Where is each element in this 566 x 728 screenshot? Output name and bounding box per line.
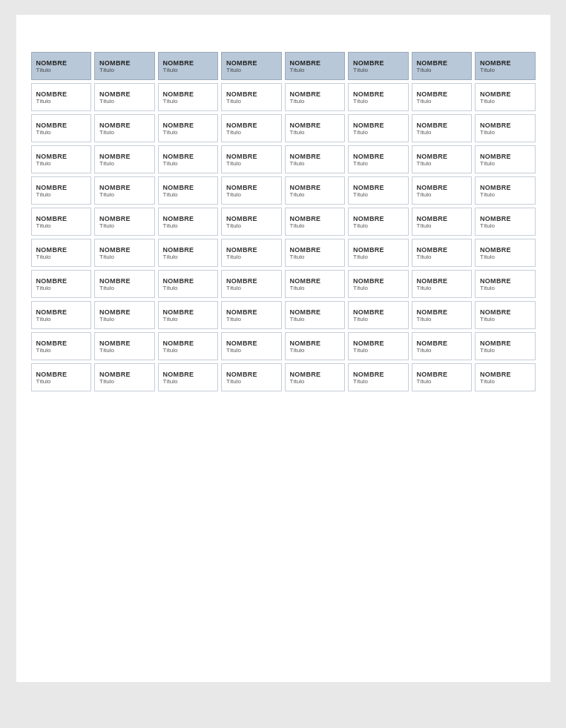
nombre-row8-col1: NOMBRE (99, 308, 131, 316)
nombre-row2-col4: NOMBRE (290, 122, 321, 129)
titulo-row9-col2: Título (163, 347, 178, 354)
nombre-row0-col7: NOMBRE (480, 59, 511, 67)
titulo-row0-col3: Título (226, 67, 241, 73)
nombre-row10-col4: NOMBRE (290, 371, 321, 378)
nombre-row2-col7: NOMBRE (480, 122, 511, 129)
titulo-row10-col1: Título (99, 378, 114, 385)
titulo-row7-col6: Título (417, 285, 432, 291)
nombre-row8-col6: NOMBRE (417, 308, 448, 316)
card-row9-col2: NOMBRETítulo (158, 332, 219, 360)
titulo-row9-col0: Título (36, 347, 51, 354)
nombre-row5-col6: NOMBRE (417, 215, 448, 222)
card-row8-col1: NOMBRETítulo (94, 301, 155, 329)
nombre-row8-col3: NOMBRE (226, 308, 257, 316)
card-row5-col4: NOMBRETítulo (285, 208, 346, 236)
nombre-row4-col3: NOMBRE (226, 184, 257, 191)
titulo-row2-col6: Título (417, 129, 432, 136)
card-row8-col5: NOMBRETítulo (348, 301, 409, 329)
titulo-row5-col5: Título (353, 222, 368, 229)
card-row10-col5: NOMBRETítulo (348, 363, 409, 391)
nombre-row6-col5: NOMBRE (353, 246, 384, 254)
nombre-row1-col5: NOMBRE (353, 90, 384, 98)
nombre-row8-col4: NOMBRE (290, 308, 321, 316)
nombre-row7-col7: NOMBRE (480, 277, 511, 285)
card-row8-col0: NOMBRETítulo (31, 301, 92, 329)
nombre-row6-col1: NOMBRE (99, 246, 131, 254)
card-row9-col3: NOMBRETítulo (221, 332, 282, 360)
nombre-row5-col3: NOMBRE (226, 215, 257, 222)
card-row3-col6: NOMBRETítulo (412, 145, 473, 173)
titulo-row10-col5: Título (353, 378, 368, 385)
card-row9-col6: NOMBRETítulo (412, 332, 473, 360)
titulo-row4-col1: Título (99, 191, 114, 198)
nombre-row0-col2: NOMBRE (163, 59, 194, 67)
card-row5-col3: NOMBRETítulo (221, 208, 282, 236)
nombre-row1-col2: NOMBRE (163, 90, 194, 98)
nombre-row0-col6: NOMBRE (417, 59, 448, 67)
card-row6-col7: NOMBRETítulo (475, 239, 536, 267)
card-row4-col0: NOMBRETítulo (31, 176, 92, 205)
titulo-row10-col3: Título (226, 378, 241, 385)
titulo-row7-col4: Título (290, 285, 305, 291)
nombre-row0-col5: NOMBRE (353, 59, 384, 67)
nombre-row7-col3: NOMBRE (226, 277, 257, 285)
nombre-row10-col6: NOMBRE (417, 371, 448, 378)
titulo-row3-col2: Título (163, 160, 178, 167)
card-row8-col2: NOMBRETítulo (158, 301, 219, 329)
card-row5-col1: NOMBRETítulo (94, 208, 155, 236)
nombre-row10-col0: NOMBRE (36, 371, 68, 378)
titulo-row6-col2: Título (163, 254, 178, 260)
nombre-row7-col5: NOMBRE (353, 277, 384, 285)
titulo-row5-col1: Título (99, 222, 114, 229)
nombre-row3-col5: NOMBRE (353, 153, 384, 160)
card-row4-col1: NOMBRETítulo (94, 176, 155, 205)
nombre-row1-col7: NOMBRE (480, 90, 511, 98)
nombre-row2-col1: NOMBRE (99, 122, 131, 129)
nombre-row3-col0: NOMBRE (36, 153, 68, 160)
nombre-row5-col7: NOMBRE (480, 215, 511, 222)
titulo-row7-col5: Título (353, 285, 368, 291)
nombre-row3-col4: NOMBRE (290, 153, 321, 160)
nombre-row7-col0: NOMBRE (36, 277, 68, 285)
card-row3-col0: NOMBRETítulo (31, 145, 92, 173)
titulo-row3-col7: Título (480, 160, 495, 167)
titulo-row1-col2: Título (163, 98, 178, 105)
card-row6-col3: NOMBRETítulo (221, 239, 282, 267)
titulo-row3-col6: Título (417, 160, 432, 167)
titulo-row5-col7: Título (480, 222, 495, 229)
nombre-row6-col4: NOMBRE (290, 246, 321, 254)
titulo-row3-col0: Título (36, 160, 51, 167)
titulo-row6-col6: Título (417, 254, 432, 260)
titulo-row5-col4: Título (290, 222, 305, 229)
titulo-row3-col4: Título (290, 160, 305, 167)
card-row7-col7: NOMBRETítulo (475, 270, 536, 298)
titulo-row2-col5: Título (353, 129, 368, 136)
titulo-row1-col5: Título (353, 98, 368, 105)
nombre-row3-col6: NOMBRE (417, 153, 448, 160)
titulo-row2-col1: Título (99, 129, 114, 136)
titulo-row9-col4: Título (290, 347, 305, 354)
card-row3-col2: NOMBRETítulo (158, 145, 219, 173)
titulo-row1-col3: Título (226, 98, 241, 105)
nombre-row9-col3: NOMBRE (226, 340, 257, 347)
card-row1-col4: NOMBRETítulo (285, 83, 346, 111)
nombre-row6-col7: NOMBRE (480, 246, 511, 254)
card-row3-col7: NOMBRETítulo (475, 145, 536, 173)
card-row0-col3: NOMBRETítulo (221, 52, 282, 80)
titulo-row9-col3: Título (226, 347, 241, 354)
nombre-row5-col5: NOMBRE (353, 215, 384, 222)
titulo-row0-col2: Título (163, 67, 178, 73)
titulo-row8-col0: Título (36, 316, 51, 322)
titulo-row8-col2: Título (163, 316, 178, 322)
titulo-row1-col7: Título (480, 98, 495, 105)
titulo-row5-col3: Título (226, 222, 241, 229)
card-row7-col3: NOMBRETítulo (221, 270, 282, 298)
titulo-row5-col2: Título (163, 222, 178, 229)
card-row6-col6: NOMBRETítulo (412, 239, 473, 267)
nombre-row8-col5: NOMBRE (353, 308, 384, 316)
card-row3-col4: NOMBRETítulo (285, 145, 346, 173)
nombre-row4-col5: NOMBRE (353, 184, 384, 191)
titulo-row1-col4: Título (290, 98, 305, 105)
titulo-row9-col6: Título (417, 347, 432, 354)
card-row10-col4: NOMBRETítulo (285, 363, 346, 391)
